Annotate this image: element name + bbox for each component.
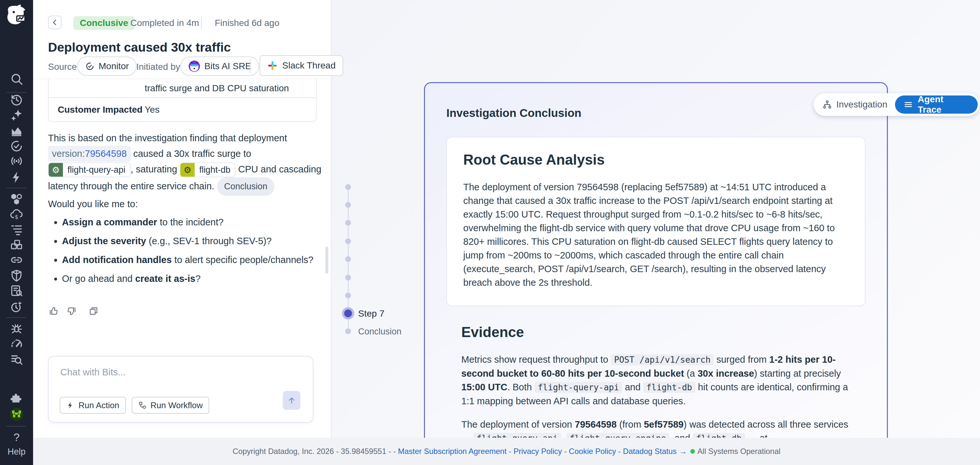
timeline-step-dot[interactable] (345, 184, 351, 190)
arrow-up-icon (287, 396, 296, 405)
timeline-step-dot[interactable] (345, 238, 351, 244)
investigation-conclusion-panel: Investigation Conclusion Root Cause Anal… (424, 82, 888, 459)
source-monitor-label: Monitor (99, 61, 129, 72)
help-icon: ? (0, 431, 33, 444)
monitors-icon[interactable] (10, 139, 24, 153)
timeline-conclusion-label[interactable]: Conclusion (358, 327, 402, 337)
list-item: Add notification handles to alert specif… (62, 252, 338, 267)
evidence-section: Evidence Metrics show request throughput… (461, 324, 851, 455)
list-item: Or go ahead and create it as-is? (62, 272, 338, 286)
bits-ai-sparkles-icon[interactable] (10, 108, 24, 122)
help-button[interactable]: ? Help (0, 431, 33, 457)
sidebar: $ (0, 0, 33, 465)
audit-trail-icon[interactable] (10, 283, 24, 298)
arrow-right-icon: → (679, 447, 687, 456)
timeline-step-dot[interactable] (345, 202, 351, 208)
timeline-step-dot[interactable] (345, 275, 351, 281)
root-cause-body: The deployment of version 79564598 (repl… (463, 180, 849, 289)
metrics-icon[interactable] (10, 123, 24, 138)
hierarchy-icon (822, 99, 832, 110)
timeline-active-dot[interactable] (342, 307, 354, 320)
slack-thread-button[interactable]: Slack Thread (259, 55, 343, 76)
investigation-toggle[interactable]: Investigation (822, 99, 887, 110)
conclusion-chip[interactable]: Conclusion (217, 177, 275, 196)
status-dot-icon (690, 449, 695, 454)
message-text: This is based on the investigation findi… (48, 133, 287, 143)
lightning-icon (66, 401, 75, 409)
chat-scrollbar[interactable] (325, 246, 328, 274)
chat-input[interactable] (60, 366, 256, 387)
footer-link-status[interactable]: Datadog Status (623, 447, 676, 456)
status-badge: Conclusive (73, 16, 135, 30)
run-workflow-label: Run Workflow (151, 400, 203, 411)
feedback-row (49, 306, 99, 316)
message-text: , saturating (131, 164, 180, 174)
version-tag[interactable]: version:79564598 (48, 146, 131, 162)
initiated-by-label: Initiated by (136, 57, 180, 77)
bug-icon[interactable] (10, 321, 24, 336)
search-icon[interactable] (10, 72, 24, 86)
message-text: caused a 30x traffic surge to (131, 149, 251, 159)
user-avatar[interactable] (8, 406, 25, 422)
llm-observability-icon[interactable] (10, 300, 24, 314)
help-label: Help (0, 447, 33, 457)
datadog-logo-icon[interactable] (5, 3, 29, 27)
evidence-paragraph-1: Metrics show request throughput to POST … (461, 353, 851, 408)
code-chip: POST /api/v1/search (611, 354, 714, 365)
root-cause-card: Root Cause Analysis The deployment of ve… (446, 137, 865, 306)
code-chip: flight-query-api (535, 382, 622, 393)
header-divider (250, 58, 250, 73)
initiated-by-value: Bits AI SRE (204, 61, 251, 72)
log-explorer-icon[interactable] (10, 352, 24, 367)
footer-link-privacy[interactable]: Privacy Policy (514, 447, 562, 456)
chat-input-card: Run Action Run Workflow (48, 356, 313, 423)
page-title: Deployment caused 30x traffic (48, 40, 231, 54)
back-button[interactable] (48, 16, 62, 29)
list-item: Adjust the severity (e.g., SEV-1 through… (62, 234, 338, 248)
logs-icon[interactable] (10, 222, 24, 236)
footer-link-cookie[interactable]: Cookie Policy (569, 447, 616, 456)
finished-time: Finished 6d ago (215, 16, 279, 30)
agent-trace-toggle-label: Agent Trace (918, 94, 969, 115)
timeline-active-label[interactable]: Step 7 (358, 308, 384, 319)
run-action-button[interactable]: Run Action (60, 397, 126, 414)
table-row: traffic surge and DB CPU saturation (49, 79, 316, 98)
table-cell-label: Customer Impacted (58, 98, 142, 121)
timeline-conclusion-dot[interactable] (345, 328, 351, 334)
sidebar-divider (6, 188, 27, 189)
assistant-prompt: Would you like me to: (48, 199, 138, 209)
integrations-puzzle-icon[interactable] (10, 390, 24, 404)
chevron-left-icon (51, 18, 59, 27)
service-chip-flight-db[interactable]: ⚙flight-db (180, 162, 235, 177)
history-icon[interactable] (10, 93, 24, 107)
service-connections-icon[interactable] (10, 253, 24, 267)
initiated-by-pill[interactable]: Bits AI SRE (180, 56, 259, 76)
apm-hexagons-icon[interactable] (10, 192, 24, 206)
thumbs-down-icon[interactable] (66, 306, 76, 316)
source-monitor-pill[interactable]: Monitor (77, 56, 137, 76)
thumbs-up-icon[interactable] (49, 306, 59, 316)
chat-buttons: Run Action Run Workflow (60, 397, 209, 414)
run-workflow-button[interactable]: Run Workflow (132, 397, 209, 414)
footer-link-msa[interactable]: Master Subscription Agreement (398, 447, 507, 456)
service-chip-flight-query-api[interactable]: ⚙flight-query-api (48, 162, 131, 177)
svg-text:$: $ (14, 213, 19, 220)
cloud-cost-icon[interactable]: $ (10, 207, 24, 222)
timeline-step-dot[interactable] (345, 256, 351, 262)
agent-trace-toggle[interactable]: Agent Trace (895, 96, 978, 113)
timeline-step-dot[interactable] (345, 292, 351, 299)
service-gear-icon: ⚙ (180, 163, 195, 177)
copy-icon[interactable] (88, 306, 99, 316)
panel-title: Investigation Conclusion (446, 107, 581, 120)
security-shield-icon[interactable] (10, 268, 24, 283)
evidence-heading: Evidence (461, 324, 851, 340)
actions-lightning-icon[interactable] (10, 170, 24, 184)
header-divider (201, 17, 202, 29)
source-label: Source (48, 57, 77, 77)
watchdog-icon[interactable] (10, 154, 24, 168)
list-item: Assign a commander to the incident? (62, 215, 338, 229)
software-catalog-icon[interactable] (10, 238, 24, 252)
performance-gauge-icon[interactable] (10, 337, 24, 351)
send-button[interactable] (283, 391, 301, 410)
timeline-step-dot[interactable] (345, 220, 351, 226)
